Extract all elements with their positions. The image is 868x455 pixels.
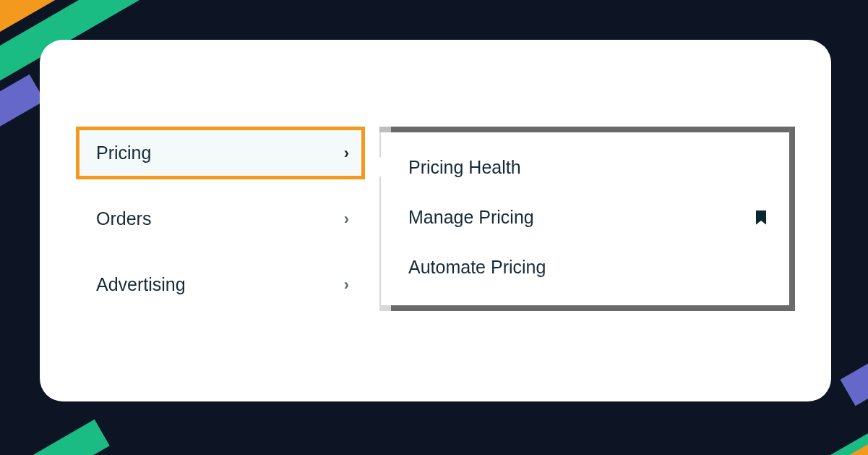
- decor-stripe: [841, 315, 868, 406]
- decor-notch: [379, 127, 391, 132]
- submenu-item-automate-pricing[interactable]: Automate Pricing: [381, 242, 789, 292]
- decor-notch: [379, 305, 391, 311]
- nav-item-advertising[interactable]: Advertising ›: [76, 258, 365, 311]
- submenu-item-label: Pricing Health: [408, 157, 521, 178]
- submenu-item-manage-pricing[interactable]: Manage Pricing: [381, 192, 789, 242]
- decor-stripe: [0, 75, 45, 202]
- submenu-item-label: Manage Pricing: [408, 207, 534, 228]
- nav-item-label: Pricing: [96, 143, 151, 163]
- chevron-right-icon: ›: [344, 210, 349, 229]
- chevron-right-icon: ›: [344, 276, 349, 294]
- chevron-right-icon: ›: [344, 144, 349, 163]
- nav-column: Pricing › Orders › Advertising ›: [76, 127, 365, 311]
- nav-item-orders[interactable]: Orders ›: [76, 192, 365, 245]
- decor-stripe: [673, 409, 868, 455]
- app-panel: Pricing › Orders › Advertising › Pricing…: [40, 40, 831, 401]
- nav-item-pricing[interactable]: Pricing ›: [76, 127, 365, 179]
- nav-item-label: Orders: [96, 208, 151, 229]
- bookmark-icon: [756, 211, 766, 225]
- nav-item-label: Advertising: [96, 274, 186, 295]
- submenu-panel: Pricing Health Manage Pricing Automate P…: [379, 127, 795, 311]
- submenu-item-label: Automate Pricing: [408, 257, 546, 278]
- submenu-item-pricing-health[interactable]: Pricing Health: [381, 143, 789, 192]
- menu-area: Pricing › Orders › Advertising › Pricing…: [76, 127, 795, 311]
- decor-stripe: [0, 420, 110, 455]
